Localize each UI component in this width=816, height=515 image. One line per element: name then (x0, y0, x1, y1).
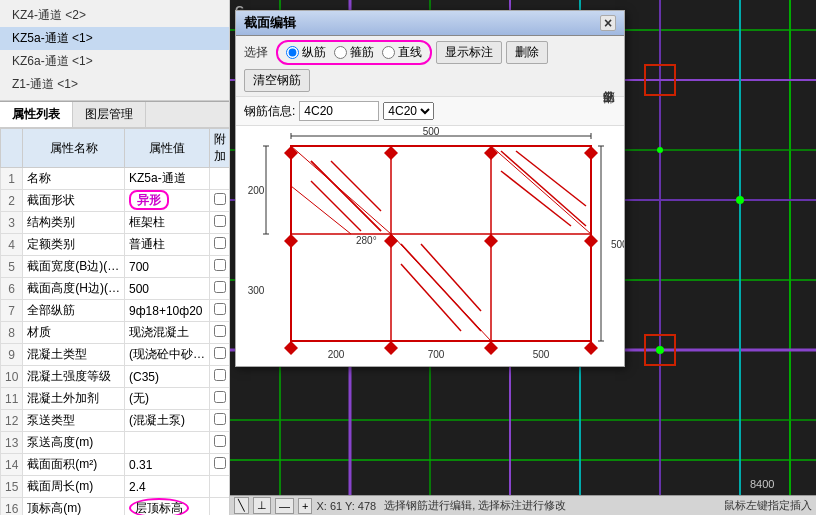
row-prop-value[interactable]: 层顶标高 (125, 498, 210, 516)
row-add-checkbox[interactable] (210, 212, 229, 234)
row-prop-value[interactable]: 框架柱 (125, 212, 210, 234)
table-row[interactable]: 3结构类别框架柱 (1, 212, 230, 234)
row-prop-value[interactable]: 普通柱 (125, 234, 210, 256)
row-number: 6 (1, 278, 23, 300)
table-row[interactable]: 9混凝土类型(现浇砼中砂… (1, 344, 230, 366)
row-prop-value[interactable]: (现浇砼中砂… (125, 344, 210, 366)
row-number: 7 (1, 300, 23, 322)
props-tabs: 属性列表 图层管理 (0, 102, 229, 128)
row-prop-value[interactable]: 700 (125, 256, 210, 278)
row-add-checkbox[interactable] (210, 498, 229, 516)
rebar-info-bar: 钢筋信息: 4C20 (236, 97, 624, 126)
tree-section: KZ4-通道 <2> KZ5a-通道 <1> KZ6a-通道 <1> Z1-通道… (0, 0, 229, 101)
tree-item-kz4[interactable]: KZ4-通道 <2> (0, 4, 229, 27)
row-add-checkbox[interactable] (210, 278, 229, 300)
tab-layers[interactable]: 图层管理 (73, 102, 146, 127)
radio-straight[interactable]: 直线 (382, 44, 422, 61)
row-prop-value[interactable]: 现浇混凝土 (125, 322, 210, 344)
svg-text:200: 200 (248, 185, 265, 196)
row-prop-name: 混凝土强度等级 (23, 366, 125, 388)
table-row[interactable]: 15截面周长(m)2.4 (1, 476, 230, 498)
col-value-header: 属性值 (125, 129, 210, 168)
table-row[interactable]: 1名称KZ5a-通道 (1, 168, 230, 190)
dialog-close-button[interactable]: × (600, 15, 616, 31)
section-svg: 500 500 200 200 700 500 280° 300 (236, 126, 624, 366)
row-prop-name: 名称 (23, 168, 125, 190)
row-add-checkbox[interactable] (210, 168, 229, 190)
table-row[interactable]: 16顶标高(m)层顶标高 (1, 498, 230, 516)
row-number: 4 (1, 234, 23, 256)
row-number: 12 (1, 410, 23, 432)
table-row[interactable]: 10混凝土强度等级(C35) (1, 366, 230, 388)
rebar-type-select[interactable]: 4C20 (383, 102, 434, 120)
row-prop-value[interactable]: 9ф18+10ф20 (125, 300, 210, 322)
rebar-info-input[interactable] (299, 101, 379, 121)
row-prop-value[interactable]: (C35) (125, 366, 210, 388)
status-btn-horizontal[interactable]: — (275, 498, 294, 514)
row-add-checkbox[interactable] (210, 300, 229, 322)
tree-item-kz6a[interactable]: KZ6a-通道 <1> (0, 50, 229, 73)
row-prop-value[interactable]: (无) (125, 388, 210, 410)
row-add-checkbox[interactable] (210, 234, 229, 256)
row-prop-value[interactable]: 500 (125, 278, 210, 300)
row-prop-value[interactable]: 异形 (125, 190, 210, 212)
row-prop-value[interactable]: (混凝土泵) (125, 410, 210, 432)
row-prop-value[interactable] (125, 432, 210, 454)
delete-button[interactable]: 删除 (506, 41, 548, 64)
props-table: 属性名称 属性值 附加 1名称KZ5a-通道2截面形状异形3结构类别框架柱4定额… (0, 128, 229, 515)
table-row[interactable]: 7全部纵筋9ф18+10ф20 (1, 300, 230, 322)
table-row[interactable]: 12泵送类型(混凝土泵) (1, 410, 230, 432)
status-btn-plus[interactable]: + (298, 498, 312, 514)
svg-text:300: 300 (248, 285, 265, 296)
table-row[interactable]: 4定额类别普通柱 (1, 234, 230, 256)
clear-rebar-button[interactable]: 清空钢筋 (244, 69, 310, 92)
table-row[interactable]: 13泵送高度(m) (1, 432, 230, 454)
row-add-checkbox[interactable] (210, 432, 229, 454)
table-row[interactable]: 14截面面积(m²)0.31 (1, 454, 230, 476)
row-prop-name: 截面面积(m²) (23, 454, 125, 476)
row-add-checkbox[interactable] (210, 410, 229, 432)
table-row[interactable]: 6截面高度(H边)(…500 (1, 278, 230, 300)
table-row[interactable]: 11混凝土外加剂(无) (1, 388, 230, 410)
dialog-toolbar: 选择 纵筋 箍筋 直线 显示标注 删除 清空钢筋 全部纵筋 (236, 36, 624, 97)
tree-item-z1[interactable]: Z1-通道 <1> (0, 73, 229, 96)
status-btn-diagonal[interactable]: ╲ (234, 497, 249, 514)
row-number: 14 (1, 454, 23, 476)
row-number: 2 (1, 190, 23, 212)
svg-text:500: 500 (533, 349, 550, 360)
tab-properties[interactable]: 属性列表 (0, 102, 73, 127)
table-row[interactable]: 5截面宽度(B边)(…700 (1, 256, 230, 278)
row-add-checkbox[interactable] (210, 256, 229, 278)
svg-text:700: 700 (428, 349, 445, 360)
rebar-info-label: 钢筋信息: (244, 103, 295, 120)
status-btn-perpendicular[interactable]: ⊥ (253, 497, 271, 514)
table-row[interactable]: 2截面形状异形 (1, 190, 230, 212)
svg-text:500: 500 (423, 126, 440, 137)
radio-group-rebar-type: 纵筋 箍筋 直线 (276, 40, 432, 65)
dialog-overlay: 截面编辑 × 选择 纵筋 箍筋 直线 显示标注 (235, 10, 625, 367)
col-name-header: 属性名称 (23, 129, 125, 168)
row-add-checkbox[interactable] (210, 366, 229, 388)
radio-longitudinal[interactable]: 纵筋 (286, 44, 326, 61)
row-add-checkbox[interactable] (210, 454, 229, 476)
dialog-canvas: 500 500 200 200 700 500 280° 300 (236, 126, 624, 366)
radio-stirrup[interactable]: 箍筋 (334, 44, 374, 61)
table-row[interactable]: 8材质现浇混凝土 (1, 322, 230, 344)
row-add-checkbox[interactable] (210, 476, 229, 498)
dialog-titlebar[interactable]: 截面编辑 × (236, 11, 624, 36)
row-add-checkbox[interactable] (210, 388, 229, 410)
row-prop-name: 截面形状 (23, 190, 125, 212)
row-prop-value[interactable]: KZ5a-通道 (125, 168, 210, 190)
tree-item-kz5a[interactable]: KZ5a-通道 <1> (0, 27, 229, 50)
svg-text:500: 500 (611, 239, 624, 250)
row-prop-name: 泵送类型 (23, 410, 125, 432)
show-annotation-button[interactable]: 显示标注 (436, 41, 502, 64)
row-add-checkbox[interactable] (210, 322, 229, 344)
row-prop-value[interactable]: 0.31 (125, 454, 210, 476)
row-prop-name: 截面高度(H边)(… (23, 278, 125, 300)
row-add-checkbox[interactable] (210, 344, 229, 366)
highlighted-value: 异形 (129, 190, 169, 210)
row-add-checkbox[interactable] (210, 190, 229, 212)
row-prop-name: 材质 (23, 322, 125, 344)
row-prop-value[interactable]: 2.4 (125, 476, 210, 498)
